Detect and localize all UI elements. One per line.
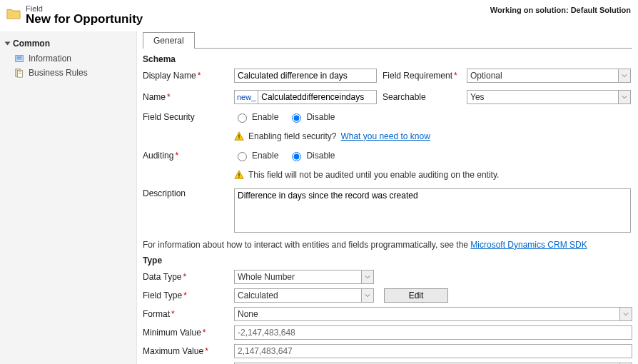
page-title: New for Opportunity [26,13,490,26]
solution-label: Working on solution: Default Solution [490,4,631,14]
svg-rect-2 [17,59,22,59]
svg-rect-1 [17,56,22,57]
security-hint-text: Enabling field security? [248,131,336,141]
svg-rect-9 [238,173,239,176]
chevron-down-icon [618,69,630,82]
sidebar-item-label: Information [29,54,71,64]
label-auditing: Auditing* [143,151,228,161]
information-icon [14,54,24,64]
display-name-input[interactable] [234,69,377,83]
edit-button[interactable]: Edit [384,288,448,303]
section-title-type: Type [143,256,632,266]
ime-mode-select[interactable]: auto [234,363,632,364]
svg-rect-7 [238,134,239,137]
chevron-down-icon [361,271,373,283]
svg-rect-4 [17,70,22,77]
field-requirement-select[interactable]: Optional [467,69,631,83]
label-display-name: Display Name* [143,71,228,81]
maximum-value-input[interactable] [234,344,632,358]
label-format: Format* [143,309,228,319]
field-type-select[interactable]: Calculated [234,288,374,303]
searchable-value: Yes [470,92,485,102]
tab-bar: General [143,31,632,49]
main-panel: General Schema Display Name* Field Requi… [137,31,638,364]
format-select[interactable]: None [234,307,632,321]
chevron-down-icon [619,308,632,320]
sidebar-item-information[interactable]: Information [0,51,136,66]
svg-rect-8 [238,138,239,138]
field-requirement-value: Optional [470,71,502,81]
auditing-disable-radio[interactable]: Disable [288,150,335,161]
description-textarea[interactable]: Difference in days since the record was … [234,188,631,233]
label-name: Name* [143,92,228,102]
sdk-info-text: For information about how to interact wi… [143,240,470,250]
sidebar: Common Information Business Rules [0,31,137,364]
field-security-disable-radio[interactable]: Disable [288,111,335,123]
field-security-enable-radio[interactable]: Enable [234,111,278,123]
data-type-value: Whole Number [238,272,295,282]
searchable-select[interactable]: Yes [467,90,631,104]
sidebar-item-business-rules[interactable]: Business Rules [0,66,136,80]
security-hint-link[interactable]: What you need to know [340,131,430,141]
label-description: Description [143,188,228,198]
minimum-value-input[interactable] [234,325,632,340]
label-field-requirement: Field Requirement* [383,71,461,81]
warning-icon [234,170,244,180]
label-data-type: Data Type* [143,272,228,282]
chevron-down-icon [5,41,11,45]
chevron-down-icon [361,289,373,302]
label-field-type: Field Type* [143,290,228,300]
field-type-value: Calculated [238,290,278,300]
sidebar-item-label: Business Rules [29,68,88,78]
sidebar-group-label: Common [13,39,50,49]
section-title-schema: Schema [143,54,632,64]
business-rules-icon [14,68,24,78]
tab-general[interactable]: General [143,32,195,49]
auditing-warning-text: This field will not be audited until you… [248,170,499,180]
field-entity-icon [6,6,21,20]
svg-rect-5 [19,71,21,72]
data-type-select[interactable]: Whole Number [234,270,374,284]
name-input[interactable] [258,90,377,104]
name-prefix: new_ [234,90,258,104]
label-field-security: Field Security [143,112,228,122]
sdk-info-link[interactable]: Microsoft Dynamics CRM SDK [470,240,587,250]
sidebar-group-common[interactable]: Common [0,36,136,51]
label-maximum-value: Maximum Value* [143,346,228,356]
svg-rect-6 [19,73,21,74]
format-value: None [238,309,258,319]
auditing-enable-radio[interactable]: Enable [234,150,278,161]
label-minimum-value: Minimum Value* [143,328,228,338]
warning-icon [234,131,244,141]
label-searchable: Searchable [383,92,461,102]
svg-rect-10 [238,176,239,177]
chevron-down-icon [618,91,630,103]
